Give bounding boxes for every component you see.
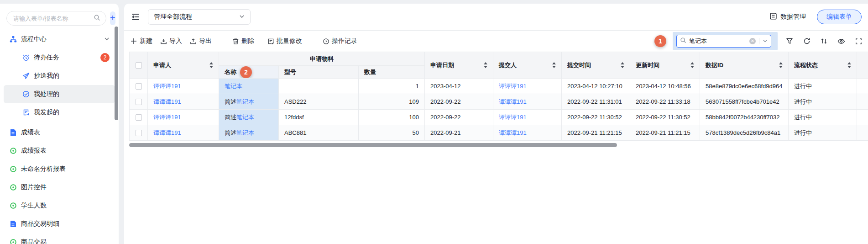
operation-log-button[interactable]: 操作记录 <box>322 37 357 45</box>
name-link[interactable]: 笔记本 <box>236 98 254 105</box>
main-panel: 管理全部流程 数据管理 编辑表单 新建 <box>124 4 868 244</box>
sort-toggle[interactable] <box>776 62 783 68</box>
name-cell[interactable]: 笔记本 <box>219 79 279 94</box>
col-header-model[interactable]: 型号 <box>279 66 359 79</box>
report-icon <box>9 239 17 244</box>
trash-icon <box>232 37 239 45</box>
sort-toggle[interactable] <box>618 62 624 68</box>
table-search-box[interactable]: ✕ <box>676 35 771 48</box>
sidebar-item-label: 成绩报表 <box>21 147 47 155</box>
row-checkbox[interactable] <box>136 99 142 105</box>
filter-icon[interactable] <box>785 37 793 45</box>
col-header-flow-status[interactable]: 流程状态 <box>789 52 857 79</box>
report-icon <box>9 147 17 155</box>
data-id-cell: 563071558ff7fcbe4b701e42 <box>700 94 789 110</box>
quantity-cell: 1 <box>359 79 425 94</box>
sort-toggle[interactable] <box>207 62 213 68</box>
row-checkbox[interactable] <box>136 130 142 136</box>
table-row[interactable]: 谭谭谭191 简述笔记本 ASD222 109 2022-09-22 谭谭谭19… <box>130 94 868 110</box>
col-header-submit-time[interactable]: 提交时间 <box>562 52 630 79</box>
submitter-link[interactable]: 谭谭谭191 <box>499 83 527 90</box>
name-link[interactable]: 笔记本 <box>236 129 254 136</box>
batch-edit-button[interactable]: 批量修改 <box>267 37 302 45</box>
sidebar-item-score-report[interactable]: 成绩报表 <box>4 142 115 160</box>
export-button[interactable]: 导出 <box>189 37 212 45</box>
applicant-link[interactable]: 谭谭谭191 <box>153 114 181 121</box>
sidebar-item-processed-by-me[interactable]: 我处理的 <box>4 85 115 103</box>
collapse-sidebar-icon[interactable] <box>131 12 141 22</box>
main-header: 管理全部流程 数据管理 编辑表单 <box>124 4 868 31</box>
col-header-submitter[interactable]: 提交人 <box>493 52 562 79</box>
edit-doc-icon <box>267 37 274 45</box>
table-row[interactable]: 谭谭谭191 简述笔记本 12fddsf 100 2022-09-22 谭谭谭1… <box>130 110 868 125</box>
sidebar-item-image-widget[interactable]: 图片控件 <box>4 178 115 196</box>
refresh-icon[interactable] <box>803 37 810 45</box>
applicant-link[interactable]: 谭谭谭191 <box>153 129 181 136</box>
sidebar-item-workflow-center[interactable]: 流程中心 <box>4 30 115 48</box>
search-icon <box>94 14 100 23</box>
model-cell: ABC881 <box>279 125 359 141</box>
form-doc-icon <box>9 220 17 228</box>
sidebar-search-field[interactable] <box>6 11 106 26</box>
name-link[interactable]: 笔记本 <box>225 83 242 90</box>
sidebar-item-initiated-by-me[interactable]: 我发起的 <box>4 103 115 122</box>
empty-cell <box>857 125 868 141</box>
sort-toggle[interactable] <box>549 62 556 68</box>
name-link[interactable]: 笔记本 <box>236 114 254 121</box>
sort-toggle[interactable] <box>845 62 851 68</box>
horizontal-scrollbar-thumb[interactable] <box>129 143 617 147</box>
table-row[interactable]: 谭谭谭191 简述笔记本 ABC881 50 2022-09-21 谭谭谭191… <box>130 125 868 141</box>
table-search-input[interactable] <box>689 38 749 45</box>
data-manage-button[interactable]: 数据管理 <box>769 12 806 21</box>
check-circle-icon <box>22 90 30 98</box>
sidebar-item-unnamed-analysis-report[interactable]: 未命名分析报表 <box>4 160 115 178</box>
report-icon <box>9 184 17 191</box>
search-options-chevron-icon[interactable] <box>763 37 768 45</box>
sort-toggle[interactable] <box>688 62 694 68</box>
col-header-applicant[interactable]: 申请人 <box>148 52 219 79</box>
new-record-button[interactable]: 新建 <box>130 37 152 45</box>
col-header-name[interactable]: 名称 2 <box>219 66 279 79</box>
clear-search-icon[interactable]: ✕ <box>749 38 756 44</box>
fullscreen-icon[interactable] <box>855 37 863 45</box>
col-header-quantity[interactable]: 数量 <box>359 66 425 79</box>
applicant-link[interactable]: 谭谭谭191 <box>153 83 181 90</box>
applicant-link[interactable]: 谭谭谭191 <box>153 98 181 105</box>
name-cell[interactable]: 简述笔记本 <box>219 125 279 141</box>
sidebar-item-score-form[interactable]: 成绩表 <box>4 123 115 142</box>
submitter-link[interactable]: 谭谭谭191 <box>499 98 527 105</box>
chevron-down-icon[interactable] <box>104 36 110 43</box>
sidebar-item-trade-detail-form[interactable]: 商品交易明细 <box>4 215 115 233</box>
update-time-cell: 2022-09-22 11:33:18 <box>630 94 700 110</box>
row-checkbox[interactable] <box>136 114 142 121</box>
sidebar-item-cc-to-me[interactable]: 抄送我的 <box>4 67 115 85</box>
sidebar-scrollbar-thumb[interactable] <box>115 27 118 120</box>
quantity-cell: 50 <box>359 125 425 141</box>
edit-form-button[interactable]: 编辑表单 <box>817 10 862 24</box>
select-all-checkbox[interactable] <box>136 62 142 69</box>
name-cell[interactable]: 简述笔记本 <box>219 110 279 125</box>
submitter-link[interactable]: 谭谭谭191 <box>499 129 527 136</box>
submitter-link[interactable]: 谭谭谭191 <box>499 114 527 121</box>
add-form-button[interactable]: + <box>110 11 115 25</box>
quantity-cell: 109 <box>359 94 425 110</box>
sidebar-tree: 流程中心 待办任务 2 抄送我的 <box>0 30 119 244</box>
delete-button[interactable]: 删除 <box>232 37 254 45</box>
col-header-data-id[interactable]: 数据ID <box>700 52 789 79</box>
table-row[interactable]: 谭谭谭191 笔记本 1 2023-04-12 谭谭谭191 2023-04-1… <box>130 79 868 94</box>
sidebar-item-todo-tasks[interactable]: 待办任务 2 <box>4 48 115 67</box>
import-button[interactable]: 导入 <box>160 37 182 45</box>
eye-icon[interactable] <box>837 37 845 45</box>
col-header-update-time[interactable]: 更新时间 <box>630 52 700 79</box>
flow-selector-dropdown[interactable]: 管理全部流程 <box>148 9 251 25</box>
col-header-apply-date[interactable]: 申请日期 <box>425 52 493 79</box>
sidebar-search-input[interactable] <box>13 15 94 22</box>
sidebar-item-student-count[interactable]: 学生人数 <box>4 196 115 215</box>
name-cell[interactable]: 简述笔记本 <box>219 94 279 110</box>
sidebar-item-trade-report[interactable]: 商品交易 <box>4 233 115 244</box>
sort-toggle[interactable] <box>481 62 487 68</box>
sort-icon[interactable] <box>820 37 828 45</box>
sidebar: + 流程中心 待办任务 2 <box>0 4 119 244</box>
row-checkbox[interactable] <box>136 83 142 90</box>
model-cell <box>279 79 359 94</box>
